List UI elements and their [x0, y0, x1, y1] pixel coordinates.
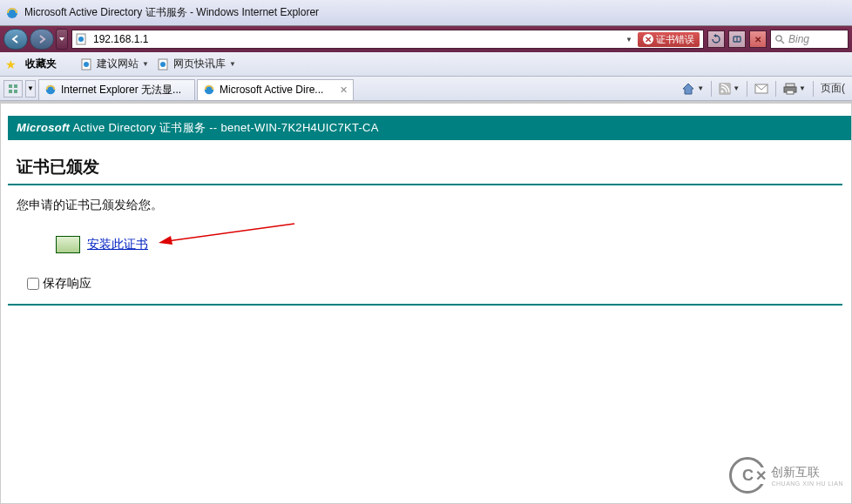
svg-rect-20: [786, 84, 795, 87]
svg-line-6: [781, 41, 784, 44]
tab-list-dropdown[interactable]: ▼: [25, 80, 36, 97]
certificate-error-label: 证书错误: [656, 33, 694, 46]
ie-icon: [44, 84, 57, 96]
divider: [775, 81, 776, 97]
nav-buttons: [3, 29, 68, 50]
svg-point-10: [160, 62, 166, 67]
chevron-down-icon: ▼: [697, 84, 704, 92]
banner-text: Active Directory 证书服务 -- benet-WIN-7K2H4…: [70, 121, 379, 134]
svg-rect-12: [14, 84, 17, 88]
chevron-down-icon: ▼: [229, 60, 236, 68]
quick-tabs-button[interactable]: [3, 80, 23, 97]
divider: [8, 184, 842, 185]
forward-button[interactable]: [30, 29, 54, 50]
suggested-sites-label: 建议网站: [97, 57, 139, 71]
search-box[interactable]: Bing: [770, 30, 849, 49]
adcs-banner: Microsoft Active Directory 证书服务 -- benet…: [8, 116, 851, 140]
watermark-brand: 创新互联: [771, 465, 843, 480]
chevron-down-icon: ▼: [733, 84, 740, 92]
svg-point-18: [721, 90, 724, 92]
address-dropdown-icon[interactable]: ▼: [625, 36, 632, 44]
search-icon: [774, 34, 785, 44]
save-response-label: 保存响应: [43, 276, 91, 292]
banner-microsoft: Microsoft: [17, 121, 70, 134]
page-icon: [76, 33, 88, 45]
url-input[interactable]: [93, 33, 620, 45]
chevron-down-icon: ▼: [799, 84, 806, 92]
tab-close-button[interactable]: ✕: [340, 84, 348, 96]
svg-rect-22: [787, 91, 794, 94]
divider: [711, 81, 712, 97]
navigation-bar: ▼ ✕ 证书错误 ✕ Bing: [0, 26, 852, 52]
save-response-checkbox[interactable]: [27, 278, 39, 290]
favorites-label[interactable]: 收藏夹: [25, 57, 57, 71]
certificate-error-badge[interactable]: ✕ 证书错误: [638, 32, 700, 47]
search-placeholder: Bing: [788, 33, 809, 45]
tab-bar: ▼ Internet Explorer 无法显... Microsoft Act…: [0, 77, 852, 101]
divider: [747, 81, 747, 97]
window-titlebar: Microsoft Active Directory 证书服务 - Window…: [0, 0, 852, 26]
webslice-label: 网页快讯库: [173, 57, 226, 71]
home-button[interactable]: ▼: [681, 82, 704, 96]
install-certificate-link[interactable]: 安装此证书: [87, 237, 148, 252]
svg-point-8: [84, 62, 89, 67]
svg-rect-14: [14, 90, 17, 93]
install-certificate-row: 安装此证书: [56, 236, 851, 253]
address-bar[interactable]: ▼ ✕ 证书错误: [71, 30, 704, 49]
recent-pages-dropdown[interactable]: [56, 29, 68, 50]
heading-certificate-issued: 证书已颁发: [17, 156, 851, 178]
svg-rect-13: [9, 90, 12, 93]
refresh-button[interactable]: [707, 30, 725, 48]
watermark-sub: CHUANG XIN HU LIAN: [771, 480, 843, 487]
svg-point-2: [78, 37, 84, 42]
suggested-sites-link[interactable]: 建议网站 ▼: [81, 57, 149, 71]
svg-rect-11: [9, 84, 12, 88]
favorites-star-icon[interactable]: ★: [5, 57, 17, 71]
tab-label: Microsoft Active Dire...: [220, 84, 323, 96]
divider: [813, 81, 814, 97]
page-icon: [158, 58, 170, 71]
tab-adcs[interactable]: Microsoft Active Dire... ✕: [197, 79, 354, 100]
chevron-down-icon: ▼: [142, 60, 149, 68]
feeds-button[interactable]: ▼: [719, 83, 740, 95]
tab-label: Internet Explorer 无法显...: [61, 83, 181, 97]
certificate-icon: [56, 236, 80, 253]
window-title: Microsoft Active Directory 证书服务 - Window…: [24, 5, 319, 20]
tab-cannot-display[interactable]: Internet Explorer 无法显...: [38, 79, 195, 100]
issued-message: 您申请的证书已颁发给您。: [17, 198, 851, 213]
stop-button[interactable]: ✕: [749, 30, 767, 48]
webslice-gallery-link[interactable]: 网页快讯库 ▼: [158, 57, 236, 71]
page-icon: [81, 58, 93, 71]
svg-point-5: [776, 36, 781, 41]
watermark: C✕ 创新互联 CHUANG XIN HU LIAN: [729, 457, 843, 494]
watermark-logo: C✕: [729, 457, 766, 494]
ie-icon: [5, 6, 19, 20]
back-button[interactable]: [3, 29, 28, 50]
page-menu[interactable]: 页面(: [821, 81, 845, 96]
compatibility-button[interactable]: [728, 30, 746, 48]
favorites-bar: ★ 收藏夹 建议网站 ▼ 网页快讯库 ▼: [0, 52, 852, 77]
shield-x-icon: ✕: [643, 34, 653, 44]
save-response-row: 保存响应: [27, 276, 851, 292]
ie-icon: [203, 84, 215, 96]
read-mail-button[interactable]: [754, 83, 768, 95]
print-button[interactable]: ▼: [783, 83, 806, 95]
page-content: Microsoft Active Directory 证书服务 -- benet…: [0, 101, 852, 504]
divider: [8, 304, 842, 306]
command-bar: ▼ ▼ ▼ 页面(: [681, 81, 849, 97]
